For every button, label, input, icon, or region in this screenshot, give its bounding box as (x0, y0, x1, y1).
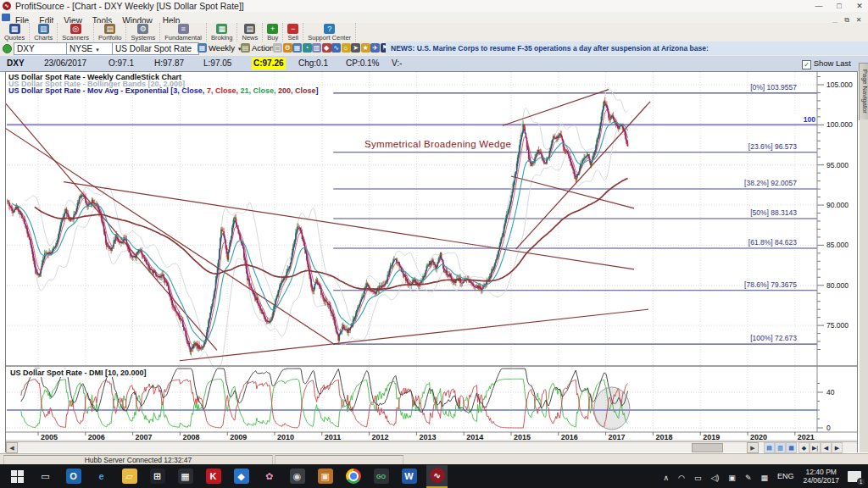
x-axis-year-label: 2018 (655, 433, 672, 441)
toolbar-label: Scanners (62, 34, 89, 42)
settings-icon[interactable]: ⚙ (283, 43, 292, 53)
defender-icon[interactable]: ◆ (231, 466, 252, 487)
quotes-button[interactable]: ▦Quotes (0, 23, 30, 42)
fib-label: [23.6%] 96.573 (748, 142, 797, 151)
kaspersky-icon[interactable]: K (203, 466, 224, 487)
support-center-button[interactable]: ?Support Center (303, 23, 356, 42)
broking-button[interactable]: ▦Broking (207, 23, 237, 42)
page-navigator-tab[interactable]: Page Navigator (859, 63, 868, 120)
exchange-dropdown[interactable]: NYSE ▼ (66, 42, 114, 55)
camera-app-icon[interactable]: ◉ (287, 466, 308, 487)
toolbar-label: News (242, 34, 258, 42)
fib-label: [50%] 88.3143 (750, 208, 797, 217)
x-axis-year-label: 2006 (88, 433, 105, 441)
profitsource-icon[interactable]: ∿ (426, 465, 448, 488)
new-page-icon[interactable]: ▢ (273, 43, 282, 53)
svg-text:75.000: 75.000 (826, 321, 849, 330)
pen-icon[interactable]: ✎ (745, 474, 752, 482)
sell-button[interactable]: −Sell (283, 23, 303, 42)
scanners-icon: ◎ (70, 24, 81, 34)
x-axis-year-label: 2020 (750, 433, 767, 441)
chrome-icon[interactable] (342, 466, 364, 487)
svg-text:40: 40 (826, 388, 835, 396)
toolbar-label: Portfolio (98, 34, 122, 42)
word-icon[interactable]: W (398, 466, 420, 487)
legend-mov-avg: US Dollar Spot Rate - Mov Avg - Exponent… (8, 86, 318, 95)
edge-icon[interactable]: e (91, 466, 112, 487)
x-axis-year-label: 2012 (372, 433, 389, 441)
taskbar-clock[interactable]: 12:40 PM24/06/2017 (803, 468, 839, 485)
zoom-reset-button[interactable]: ▦ (786, 442, 797, 453)
fib-label: [0%] 103.9557 (750, 83, 797, 92)
scroll-left-button[interactable]: ◀ (6, 442, 18, 453)
portfolio-icon: ▤ (104, 24, 115, 34)
symbol-name-input[interactable]: US Dollar Spot Rate (112, 42, 199, 55)
go-app-icon[interactable]: GO (370, 466, 392, 487)
news-button[interactable]: ▤News (237, 23, 263, 42)
tools-icon[interactable]: ◆ (322, 43, 331, 53)
systems-icon: ⚙ (137, 24, 148, 34)
chart-panel[interactable]: 75.00080.00085.00090.00095.000100.000105… (5, 71, 860, 452)
minimize-button[interactable]: — (812, 1, 826, 11)
zoom-out-button[interactable]: ▥ (775, 442, 786, 453)
portfolio-button[interactable]: ▤Portfolio (94, 23, 127, 42)
buy-button[interactable]: +Buy (263, 23, 283, 42)
step-back-button[interactable]: ◀ (821, 442, 832, 453)
idea-icon[interactable]: ☼ (342, 43, 351, 53)
scrollbar-thumb[interactable] (692, 443, 723, 452)
file-explorer-icon[interactable]: ▱ (119, 466, 140, 487)
systems-button[interactable]: ⚙Systems (126, 23, 160, 42)
news-ticker[interactable]: NEWS: U.S. Marine Corps to resume F-35 o… (386, 42, 868, 55)
toolbar-label: Support Center (308, 34, 351, 42)
fib-label: [78.6%] 79.3675 (744, 280, 797, 289)
hidden-icons-chevron[interactable]: ∧ (663, 474, 669, 482)
store-icon[interactable]: ⊞ (147, 466, 168, 487)
favorites-icon[interactable]: ★ (361, 43, 370, 53)
line-chart-icon[interactable]: ∿ (331, 43, 341, 53)
zoom-in-button[interactable]: ▤ (764, 442, 775, 453)
send-icon[interactable]: ✈ (370, 43, 380, 53)
flower-app-icon[interactable]: ✿ (259, 466, 280, 487)
charts-button[interactable]: ▥Charts (30, 23, 58, 42)
quote-symbol: DXY (7, 58, 25, 69)
step-forward-button[interactable]: ▶ (832, 442, 843, 453)
touch-keyboard-icon[interactable]: ▦ (760, 474, 768, 482)
camera-tray-icon[interactable]: ▣ (728, 474, 736, 482)
fib-label: [61.8%] 84.623 (748, 238, 797, 247)
photos-icon[interactable]: ▣ (314, 466, 336, 487)
svg-text:80.000: 80.000 (826, 281, 849, 290)
show-last-checkbox[interactable]: ✓ Show Last (802, 58, 851, 69)
price-chart-svg[interactable]: 75.00080.00085.00090.00095.000100.000105… (5, 71, 858, 452)
pointer-icon[interactable]: ➤ (351, 43, 360, 53)
period-dropdown[interactable]: Weekly ▼ (209, 43, 242, 53)
x-axis-year-label: 2008 (182, 433, 199, 441)
x-axis-year-label: 2015 (514, 433, 531, 441)
symbol-input[interactable]: DXY (14, 42, 68, 55)
outlook-icon[interactable]: O (63, 466, 84, 487)
buy-icon: + (267, 24, 278, 34)
close-button[interactable]: ✕ (853, 1, 866, 11)
task-view-icon[interactable]: ▭ (35, 466, 56, 487)
start-button[interactable] (7, 466, 28, 487)
quote-change: Chg:0.1 (298, 58, 328, 69)
svg-text:90.000: 90.000 (826, 201, 849, 209)
calculator-icon[interactable]: ▦ (175, 466, 196, 487)
layout-icon[interactable]: ▥ (312, 43, 321, 53)
go-end-button[interactable]: ▶| (810, 442, 821, 453)
display-icon[interactable]: ▭ (694, 474, 702, 482)
maximize-button[interactable]: □ (832, 1, 846, 11)
ma-legend-part: 200, Close (278, 86, 316, 95)
globe-icon[interactable]: ◔ (303, 43, 312, 53)
quote-low: L:97.05 (203, 58, 231, 69)
quote-window-icon[interactable]: ▦ (292, 43, 302, 53)
wifi-icon[interactable]: ◠ (678, 474, 685, 482)
jump-button[interactable]: ◆ (798, 442, 810, 453)
language-indicator[interactable]: ENG (777, 472, 794, 480)
fundamental-icon: ≡ (178, 24, 189, 34)
volume-icon[interactable]: ◁) (710, 474, 719, 482)
scroll-right-button[interactable]: ▶ (747, 442, 759, 453)
fundamental-button[interactable]: ≡Fundamental (160, 23, 207, 42)
action-grid-icon: ▤ (241, 43, 250, 53)
action-center-icon[interactable]: 1 (848, 471, 861, 482)
scanners-button[interactable]: ◎Scanners (58, 23, 94, 42)
